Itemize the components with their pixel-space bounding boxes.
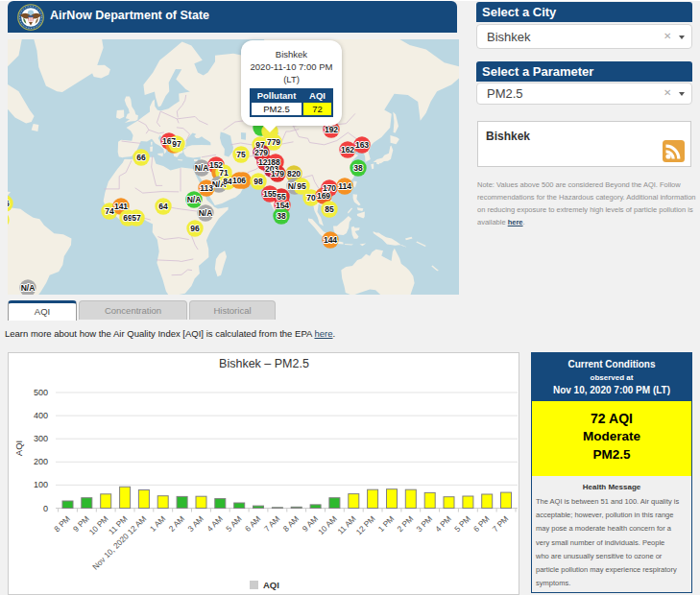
- svg-text:38: 38: [353, 163, 363, 173]
- svg-text:162: 162: [341, 145, 354, 155]
- svg-text:100: 100: [34, 480, 48, 489]
- svg-text:10 PM: 10 PM: [87, 513, 110, 536]
- svg-text:2 AM: 2 AM: [167, 513, 187, 534]
- svg-text:74: 74: [105, 206, 114, 216]
- svg-text:7 AM: 7 AM: [262, 513, 282, 534]
- svg-text:4 AM: 4 AM: [205, 513, 225, 534]
- svg-text:3 PM: 3 PM: [414, 513, 434, 534]
- svg-text:84: 84: [223, 177, 232, 186]
- svg-text:7 PM: 7 PM: [491, 513, 511, 534]
- svg-text:AQI: AQI: [263, 580, 279, 590]
- svg-text:144: 144: [324, 235, 337, 245]
- svg-text:200: 200: [34, 457, 48, 466]
- svg-text:96: 96: [190, 224, 200, 233]
- svg-text:N/A: N/A: [187, 195, 202, 204]
- svg-text:8 PM: 8 PM: [52, 513, 72, 534]
- svg-text:114: 114: [338, 181, 351, 191]
- svg-text:155: 155: [263, 189, 277, 199]
- svg-text:0: 0: [43, 504, 48, 513]
- svg-text:5 PM: 5 PM: [452, 513, 472, 534]
- svg-text:36: 36: [8, 199, 10, 208]
- svg-text:AQI: AQI: [13, 440, 24, 456]
- svg-text:300: 300: [34, 434, 48, 443]
- svg-text:38: 38: [277, 211, 286, 221]
- svg-text:N/A: N/A: [21, 283, 36, 293]
- svg-text:3 AM: 3 AM: [185, 513, 205, 534]
- svg-text:279: 279: [254, 148, 268, 157]
- svg-text:6 AM: 6 AM: [243, 513, 263, 534]
- svg-text:97: 97: [172, 139, 181, 149]
- svg-text:5 AM: 5 AM: [224, 513, 244, 534]
- svg-text:1 PM: 1 PM: [376, 513, 397, 534]
- svg-text:113: 113: [200, 183, 213, 193]
- svg-text:75: 75: [236, 150, 246, 159]
- svg-text:70: 70: [306, 193, 316, 202]
- svg-text:98: 98: [253, 177, 263, 186]
- svg-text:85: 85: [325, 204, 334, 214]
- svg-text:400: 400: [34, 411, 48, 420]
- svg-text:N/A: N/A: [195, 163, 209, 173]
- svg-text:66: 66: [136, 153, 146, 162]
- svg-text:95: 95: [297, 181, 306, 191]
- svg-text:2 PM: 2 PM: [395, 513, 415, 534]
- svg-text:Bishkek – PM2.5: Bishkek – PM2.5: [219, 357, 309, 370]
- svg-text:179: 179: [271, 169, 284, 178]
- svg-text:141: 141: [114, 202, 128, 211]
- svg-text:4 PM: 4 PM: [433, 513, 453, 534]
- svg-text:12 PM: 12 PM: [353, 513, 376, 536]
- svg-text:500: 500: [34, 388, 48, 397]
- svg-text:170: 170: [323, 183, 336, 193]
- svg-text:57: 57: [132, 213, 141, 223]
- svg-text:10 AM: 10 AM: [316, 513, 339, 536]
- svg-text:N/A: N/A: [199, 208, 213, 218]
- svg-text:6 PM: 6 PM: [471, 513, 492, 534]
- svg-text:106: 106: [232, 176, 246, 185]
- svg-text:820: 820: [287, 169, 301, 178]
- svg-text:64: 64: [158, 202, 168, 211]
- svg-text:779: 779: [267, 137, 280, 147]
- svg-text:192: 192: [325, 125, 338, 134]
- svg-text:11 AM: 11 AM: [335, 513, 357, 536]
- svg-text:8 AM: 8 AM: [281, 513, 302, 534]
- svg-text:163: 163: [355, 140, 369, 150]
- svg-text:1 AM: 1 AM: [148, 513, 168, 534]
- svg-text:154: 154: [276, 201, 289, 210]
